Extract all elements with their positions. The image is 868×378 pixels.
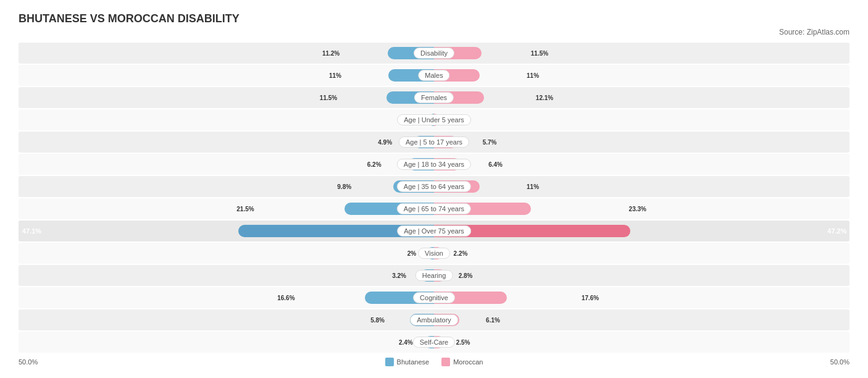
legend-bhutanese-label: Bhutanese bbox=[397, 358, 430, 366]
chart-row: 21.5%23.3%Age | 65 to 74 years bbox=[19, 198, 849, 219]
bar-center-label: Females bbox=[414, 92, 454, 103]
bar-right-value: 23.3% bbox=[629, 206, 646, 212]
bar-right-value: 12.1% bbox=[536, 94, 553, 101]
bar-right-value: 11% bbox=[527, 183, 539, 190]
bar-center-label: Age | 5 to 17 years bbox=[399, 136, 469, 148]
bar-right-value: 5.7% bbox=[483, 139, 497, 146]
bar-center-label: Age | 18 to 34 years bbox=[397, 159, 471, 170]
bar-left-value: 2% bbox=[407, 250, 416, 257]
chart-title: BHUTANESE VS MOROCCAN DISABILITY bbox=[19, 12, 849, 25]
chart-row: 47.1%47.2%Age | Over 75 years bbox=[19, 220, 849, 242]
bar-center-label: Cognitive bbox=[413, 292, 455, 303]
bar-center-label: Hearing bbox=[415, 270, 453, 281]
bar-left-value: 21.5% bbox=[236, 206, 254, 212]
bar-right-value: 47.2% bbox=[827, 227, 846, 235]
chart-row: 2%2.2%Vision bbox=[19, 243, 849, 264]
bar-center-label: Age | 35 to 64 years bbox=[397, 181, 471, 192]
bar-center-label: Age | Under 5 years bbox=[397, 114, 471, 125]
footer-right-label: 50.0% bbox=[830, 358, 849, 366]
bar-left-value: 11.5% bbox=[320, 94, 337, 101]
chart-row: 2.4%2.5%Self-Care bbox=[19, 332, 849, 353]
bar-center-label: Age | 65 to 74 years bbox=[397, 203, 471, 214]
bar-left-value: 47.1% bbox=[22, 227, 41, 235]
chart-area: 11.2%11.5%Disability11%11%Males11.5%12.1… bbox=[19, 43, 849, 353]
bar-right-value: 11% bbox=[527, 72, 539, 79]
bar-left-value: 2.4% bbox=[399, 339, 413, 346]
chart-row: 1.2%1.2%Age | Under 5 years bbox=[19, 109, 849, 130]
chart-row: 6.2%6.4%Age | 18 to 34 years bbox=[19, 154, 849, 175]
bar-right-value: 6.1% bbox=[486, 317, 500, 324]
bar-left-value: 4.9% bbox=[378, 139, 392, 146]
chart-row: 9.8%11%Age | 35 to 64 years bbox=[19, 176, 849, 197]
bar-left-value: 11.2% bbox=[322, 50, 340, 57]
chart-row: 16.6%17.6%Cognitive bbox=[19, 287, 849, 308]
bar-right-value: 17.6% bbox=[582, 295, 599, 301]
bar-center-label: Self-Care bbox=[413, 337, 455, 348]
bar-left-value: 6.2% bbox=[367, 161, 382, 168]
chart-row: 3.2%2.8%Hearing bbox=[19, 265, 849, 286]
bar-center-label: Males bbox=[418, 70, 449, 81]
source-label: Source: ZipAtlas.com bbox=[19, 28, 849, 36]
legend-moroccan: Moroccan bbox=[441, 358, 483, 366]
footer-left-label: 50.0% bbox=[19, 358, 38, 366]
bar-center-label: Disability bbox=[414, 48, 454, 59]
bar-center-label: Age | Over 75 years bbox=[397, 225, 471, 237]
legend-bhutanese: Bhutanese bbox=[385, 358, 430, 366]
chart-row: 11%11%Males bbox=[19, 65, 849, 86]
chart-row: 5.8%6.1%Ambulatory bbox=[19, 309, 849, 330]
bar-right-value: 11.5% bbox=[531, 50, 548, 57]
chart-row: 11.5%12.1%Females bbox=[19, 87, 849, 108]
legend-moroccan-label: Moroccan bbox=[453, 358, 483, 366]
chart-row: 11.2%11.5%Disability bbox=[19, 43, 849, 64]
bar-left-value: 16.6% bbox=[277, 295, 294, 301]
bar-right-value: 2.2% bbox=[454, 250, 468, 257]
bar-left-value: 3.2% bbox=[392, 272, 406, 279]
chart-row: 4.9%5.7%Age | 5 to 17 years bbox=[19, 132, 849, 153]
legend: Bhutanese Moroccan bbox=[385, 358, 483, 366]
bar-center-label: Vision bbox=[418, 248, 450, 259]
bar-left-value: 5.8% bbox=[370, 317, 385, 324]
bar-center-label: Ambulatory bbox=[410, 314, 458, 326]
bar-left-value: 9.8% bbox=[337, 183, 351, 190]
bar-right-value: 6.4% bbox=[488, 161, 503, 168]
bar-left-value: 11% bbox=[329, 72, 341, 79]
bar-right-value: 2.5% bbox=[456, 339, 470, 346]
bar-right-value: 2.8% bbox=[459, 272, 473, 279]
